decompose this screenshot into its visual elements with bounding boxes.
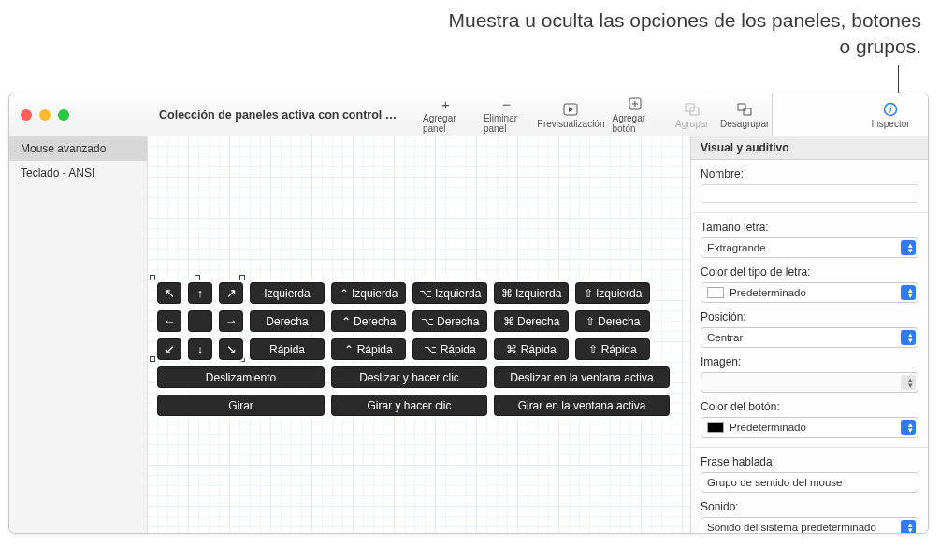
annotation-callout: Muestra u oculta las opciones de los pan… xyxy=(440,7,921,61)
ungroup-button[interactable]: Desagrupar xyxy=(718,93,772,136)
panel-button-slide-active[interactable]: Deslizar en la ventana activa xyxy=(492,365,672,390)
sound-label: Sonido: xyxy=(701,500,918,513)
plus-icon: + xyxy=(441,95,450,112)
button-color-popup[interactable]: Predeterminado ▴▾ xyxy=(701,417,918,438)
add-panel-button[interactable]: + Agregar panel xyxy=(415,93,476,136)
image-popup[interactable]: ▴▾ xyxy=(701,372,918,393)
play-icon xyxy=(563,101,578,118)
panel-editor-window: Colección de paneles activa con control … xyxy=(8,93,929,534)
ungroup-icon xyxy=(737,101,752,118)
group-button[interactable]: Agrupar xyxy=(666,93,718,136)
panels-sidebar: Mouse avanzado Teclado - ANSI xyxy=(9,136,148,533)
inspector-section-appearance: Tamaño letra: Extragrande ▴▾ Color del t… xyxy=(691,213,928,448)
panel-button-arrow-e[interactable]: → xyxy=(217,309,245,334)
toolbar-label: Inspector xyxy=(871,119,909,129)
panel-button-mod0-left[interactable]: ⌃ Izquierda xyxy=(329,280,408,306)
toolbar-label: Agregar panel xyxy=(423,113,469,134)
name-label: Nombre: xyxy=(701,167,918,180)
panel-button-mod2-fast[interactable]: ⌘ Rápida xyxy=(492,337,571,362)
panel-button-slide[interactable]: Deslizamiento xyxy=(155,365,326,390)
inspector-pane: Visual y auditivo Nombre: Tamaño letra: … xyxy=(690,136,928,533)
panel-button-rotate-active[interactable]: Girar en la ventana activa xyxy=(492,393,672,418)
svg-rect-8 xyxy=(744,108,751,115)
panel-button-arrow-ne[interactable]: ↗ xyxy=(217,280,245,306)
toolbar: + Agregar panel − Eliminar panel Previsu… xyxy=(410,93,929,136)
panel-button-mod1-fast[interactable]: ⌥ Rápida xyxy=(411,337,489,362)
panel-button-arrow-n[interactable]: ↑ xyxy=(186,280,214,306)
panel-button-arrow-nw[interactable]: ↖ xyxy=(155,280,183,306)
inspector-toggle-button[interactable]: i Inspector xyxy=(772,93,929,136)
resize-handle[interactable] xyxy=(150,275,155,280)
panel-button-mod3-fast[interactable]: ⇧ Rápida xyxy=(573,337,652,362)
inspector-section-audio: Frase hablada: Grupo de sentido del mous… xyxy=(691,448,928,533)
window-title: Colección de paneles activa con control … xyxy=(148,93,410,136)
font-size-value: Extragrande xyxy=(707,242,766,253)
panel-button-mod1-left[interactable]: ⌥ Izquierda xyxy=(411,280,489,306)
chevron-updown-icon: ▴▾ xyxy=(908,422,913,433)
chevron-updown-icon: ▴▾ xyxy=(908,242,913,253)
inspector-header: Visual y auditivo xyxy=(691,136,928,160)
close-window-button[interactable] xyxy=(21,109,32,121)
panel-button-left[interactable]: Izquierda xyxy=(248,280,326,306)
svg-rect-7 xyxy=(738,104,745,110)
panel-button-mod2-left[interactable]: ⌘ Izquierda xyxy=(492,280,571,306)
info-icon: i xyxy=(883,101,898,118)
panel-button-arrow-w[interactable]: ← xyxy=(155,309,183,334)
panel-button-arrow-sw[interactable]: ↙ xyxy=(155,337,183,362)
image-label: Imagen: xyxy=(701,355,918,368)
sidebar-item-teclado-ansi[interactable]: Teclado - ANSI xyxy=(9,161,147,185)
sound-popup[interactable]: Sonido del sistema predeterminado ▴▾ xyxy=(701,517,918,533)
panel-canvas[interactable]: ↖ ↑ ↗ Izquierda ⌃ Izquierda ⌥ Izquierda … xyxy=(148,136,690,533)
name-field[interactable] xyxy=(701,184,918,203)
button-color-value: Predeterminado xyxy=(730,422,806,433)
panel-button-mod0-fast[interactable]: ⌃ Rápida xyxy=(329,337,408,362)
minus-icon: − xyxy=(502,95,511,112)
panel-button-rotate-click[interactable]: Girar y hacer clic xyxy=(329,393,489,418)
remove-panel-button[interactable]: − Eliminar panel xyxy=(476,93,537,136)
panel-button-right[interactable]: Derecha xyxy=(248,309,326,334)
toolbar-label: Eliminar panel xyxy=(484,113,529,134)
panel-button-arrow-s[interactable]: ↓ xyxy=(186,337,214,362)
font-size-label: Tamaño letra: xyxy=(701,221,918,234)
panel-button-arrow-center[interactable] xyxy=(186,309,214,334)
position-popup[interactable]: Centrar ▴▾ xyxy=(701,327,918,348)
panel-button-rotate[interactable]: Girar xyxy=(155,393,326,418)
sidebar-item-mouse-avanzado[interactable]: Mouse avanzado xyxy=(9,136,147,161)
chevron-updown-icon: ▴▾ xyxy=(908,522,913,533)
plus-box-icon xyxy=(629,95,642,112)
toolbar-label: Previsualización xyxy=(537,119,604,129)
zoom-window-button[interactable] xyxy=(58,109,69,121)
spoken-phrase-field[interactable]: Grupo de sentido del mouse xyxy=(701,472,918,493)
font-color-label: Color del tipo de letra: xyxy=(701,266,918,279)
titlebar: Colección de paneles activa con control … xyxy=(9,93,928,136)
color-swatch-icon xyxy=(707,287,724,298)
panel-button-arrow-se[interactable]: ↘ xyxy=(217,337,245,362)
chevron-updown-icon: ▴▾ xyxy=(908,332,913,343)
preview-button[interactable]: Previsualización xyxy=(537,93,604,136)
panel-button-slide-click[interactable]: Deslizar y hacer clic xyxy=(329,365,489,390)
font-color-popup[interactable]: Predeterminado ▴▾ xyxy=(701,282,918,303)
window-controls xyxy=(9,93,148,136)
panel-button-mod3-left[interactable]: ⇧ Izquierda xyxy=(573,280,652,306)
panel-button-fast[interactable]: Rápida xyxy=(248,337,326,362)
toolbar-label: Agrupar xyxy=(675,119,709,129)
minimize-window-button[interactable] xyxy=(39,109,51,121)
sound-value: Sonido del sistema predeterminado xyxy=(707,522,876,533)
font-size-popup[interactable]: Extragrande ▴▾ xyxy=(701,237,918,258)
spoken-phrase-label: Frase hablada: xyxy=(701,455,918,468)
color-swatch-icon xyxy=(707,422,724,433)
panel-button-mod1-right[interactable]: ⌥ Derecha xyxy=(411,309,489,334)
window-body: Mouse avanzado Teclado - ANSI ↖ ↑ ↗ Izqu… xyxy=(9,136,928,533)
group-icon xyxy=(685,101,700,118)
panel-button-mod3-right[interactable]: ⇧ Derecha xyxy=(573,309,652,334)
toolbar-label: Desagrupar xyxy=(720,119,769,129)
chevron-updown-icon: ▴▾ xyxy=(908,377,913,388)
svg-marker-1 xyxy=(569,107,573,112)
panel-button-mod0-right[interactable]: ⌃ Derecha xyxy=(329,309,408,334)
button-color-label: Color del botón: xyxy=(701,400,918,413)
font-color-value: Predeterminado xyxy=(730,287,806,298)
panel-button-mod2-right[interactable]: ⌘ Derecha xyxy=(492,309,571,334)
add-button-button[interactable]: Agregar botón xyxy=(604,93,665,136)
spoken-phrase-value: Grupo de sentido del mouse xyxy=(707,477,842,488)
position-label: Posición: xyxy=(701,310,918,323)
